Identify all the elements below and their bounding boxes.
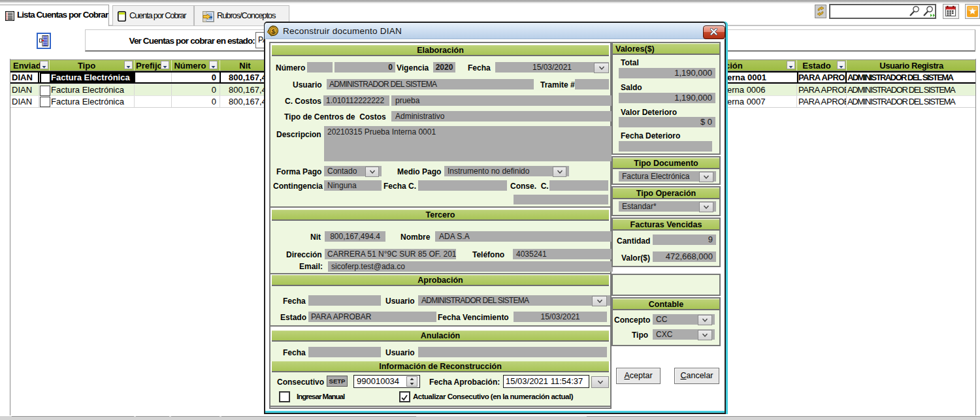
- svg-text:$: $: [272, 27, 276, 35]
